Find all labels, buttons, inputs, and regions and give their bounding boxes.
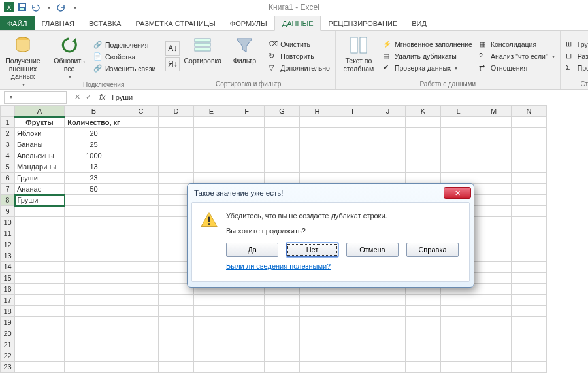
column-header-M[interactable]: M xyxy=(476,106,512,117)
cell-K5[interactable] xyxy=(406,162,441,173)
cell-A13[interactable] xyxy=(15,250,65,262)
cell-G2[interactable] xyxy=(265,128,300,139)
edit-links-button[interactable]: 🔗Изменить связи xyxy=(92,63,157,74)
cell-F22[interactable] xyxy=(229,350,265,362)
cell-C23[interactable] xyxy=(123,362,159,373)
cell-M14[interactable] xyxy=(476,262,512,273)
clear-filter-button[interactable]: ⌫Очистить xyxy=(267,39,331,50)
cell-A4[interactable]: Апельсины xyxy=(15,150,65,162)
cell-N7[interactable] xyxy=(512,184,547,195)
cell-L19[interactable] xyxy=(441,317,476,328)
cell-E21[interactable] xyxy=(194,339,229,350)
cell-D19[interactable] xyxy=(159,317,194,328)
cell-G20[interactable] xyxy=(265,328,300,339)
select-all-corner[interactable] xyxy=(1,106,15,117)
cell-H22[interactable] xyxy=(300,350,335,362)
cell-M8[interactable] xyxy=(476,195,512,206)
cell-I6[interactable] xyxy=(335,173,370,184)
cell-L1[interactable] xyxy=(441,117,476,128)
cell-L20[interactable] xyxy=(441,328,476,339)
cell-K22[interactable] xyxy=(406,350,441,362)
cell-L3[interactable] xyxy=(441,139,476,150)
cell-F6[interactable] xyxy=(229,173,265,184)
cell-F18[interactable] xyxy=(229,306,265,317)
refresh-all-button[interactable]: Обновить все xyxy=(50,33,88,80)
cell-D3[interactable] xyxy=(159,139,194,150)
cell-D6[interactable] xyxy=(159,173,194,184)
cell-I18[interactable] xyxy=(335,306,370,317)
cell-K20[interactable] xyxy=(406,328,441,339)
cell-A15[interactable] xyxy=(15,273,65,284)
cell-J19[interactable] xyxy=(370,317,406,328)
cell-J21[interactable] xyxy=(370,339,406,350)
row-header-18[interactable]: 18 xyxy=(1,306,15,317)
dialog-close-button[interactable]: ✕ xyxy=(444,187,471,199)
cell-L6[interactable] xyxy=(441,173,476,184)
cell-B19[interactable] xyxy=(65,317,123,328)
tab-pagelayout[interactable]: РАЗМЕТКА СТРАНИЦЫ xyxy=(128,16,222,30)
cell-K18[interactable] xyxy=(406,306,441,317)
cell-B13[interactable] xyxy=(65,250,123,262)
sort-asc-button[interactable]: А↓ xyxy=(165,41,180,56)
cell-D23[interactable] xyxy=(159,362,194,373)
cell-I1[interactable] xyxy=(335,117,370,128)
cell-F3[interactable] xyxy=(229,139,265,150)
cell-B1[interactable]: Количество, кг xyxy=(65,117,123,128)
cell-G19[interactable] xyxy=(265,317,300,328)
flash-fill-button[interactable]: ⚡Мгновенное заполнение xyxy=(382,39,474,50)
cell-D2[interactable] xyxy=(159,128,194,139)
column-header-A[interactable]: A xyxy=(15,106,65,117)
cell-I3[interactable] xyxy=(335,139,370,150)
cell-C7[interactable] xyxy=(123,184,159,195)
cell-M15[interactable] xyxy=(476,273,512,284)
row-header-17[interactable]: 17 xyxy=(1,295,15,306)
cell-L17[interactable] xyxy=(441,295,476,306)
cell-F5[interactable] xyxy=(229,162,265,173)
insert-function-button[interactable]: fx xyxy=(95,93,109,102)
cell-C6[interactable] xyxy=(123,173,159,184)
cell-A7[interactable]: Ананас xyxy=(15,184,65,195)
cell-K4[interactable] xyxy=(406,150,441,162)
dialog-titlebar[interactable]: Такое значение уже есть! ✕ xyxy=(188,184,474,202)
cell-N16[interactable] xyxy=(512,284,547,295)
cell-J22[interactable] xyxy=(370,350,406,362)
cell-C9[interactable] xyxy=(123,206,159,217)
cell-K2[interactable] xyxy=(406,128,441,139)
cell-I21[interactable] xyxy=(335,339,370,350)
cell-N23[interactable] xyxy=(512,362,547,373)
cell-B10[interactable] xyxy=(65,217,123,228)
undo-dropdown[interactable] xyxy=(43,2,54,12)
cell-N15[interactable] xyxy=(512,273,547,284)
cell-M7[interactable] xyxy=(476,184,512,195)
cell-G5[interactable] xyxy=(265,162,300,173)
cell-E3[interactable] xyxy=(194,139,229,150)
column-header-G[interactable]: G xyxy=(265,106,300,117)
column-header-E[interactable]: E xyxy=(194,106,229,117)
dialog-feedback-link[interactable]: Были ли сведения полезными? xyxy=(226,258,331,275)
column-header-C[interactable]: C xyxy=(123,106,159,117)
row-header-9[interactable]: 9 xyxy=(1,206,15,217)
cell-B4[interactable]: 1000 xyxy=(65,150,123,162)
cell-A2[interactable]: Яблоки xyxy=(15,128,65,139)
cell-C20[interactable] xyxy=(123,328,159,339)
cell-B20[interactable] xyxy=(65,328,123,339)
cancel-edit-icon[interactable]: ✕ xyxy=(74,93,80,101)
cell-C8[interactable] xyxy=(123,195,159,206)
cell-B8[interactable] xyxy=(65,195,123,206)
cell-C16[interactable] xyxy=(123,284,159,295)
cell-M5[interactable] xyxy=(476,162,512,173)
row-header-2[interactable]: 2 xyxy=(1,128,15,139)
cell-C12[interactable] xyxy=(123,239,159,250)
tab-data[interactable]: ДАННЫЕ xyxy=(274,16,321,31)
cell-E19[interactable] xyxy=(194,317,229,328)
cell-C11[interactable] xyxy=(123,228,159,239)
cell-A17[interactable] xyxy=(15,295,65,306)
cell-N12[interactable] xyxy=(512,239,547,250)
cell-H21[interactable] xyxy=(300,339,335,350)
cell-N13[interactable] xyxy=(512,250,547,262)
cell-L4[interactable] xyxy=(441,150,476,162)
cell-C10[interactable] xyxy=(123,217,159,228)
cell-C2[interactable] xyxy=(123,128,159,139)
cell-G3[interactable] xyxy=(265,139,300,150)
cell-F2[interactable] xyxy=(229,128,265,139)
